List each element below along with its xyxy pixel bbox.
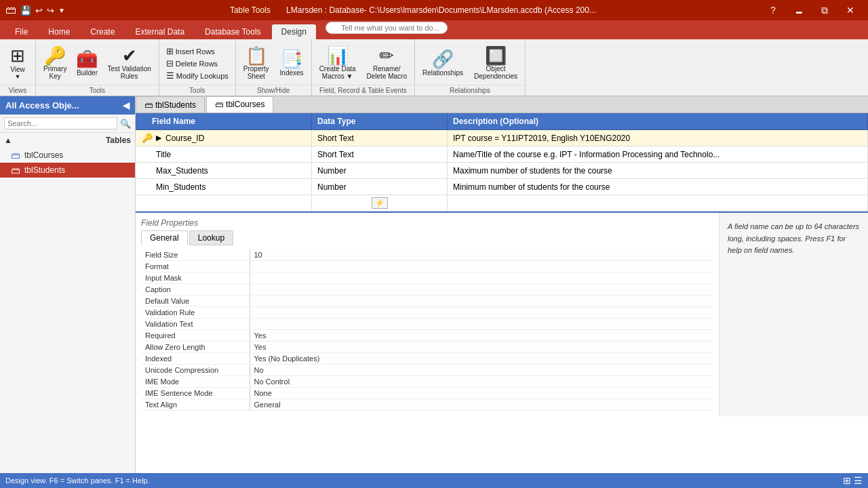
delete-rows-icon: ⊟	[166, 58, 174, 68]
builder-btn-inline[interactable]: ⚡	[372, 197, 388, 209]
data-type-cell-4[interactable]: Number	[312, 179, 448, 195]
show-hide-label: Show/Hide	[236, 85, 311, 96]
nav-search-bar: 🔍	[0, 115, 135, 133]
property-sheet-button[interactable]: 📋 Property Sheet	[240, 44, 273, 83]
props-row[interactable]: IndexedYes (No Duplicates)	[141, 353, 713, 365]
props-row[interactable]: Caption	[141, 284, 713, 296]
arrow-icon-1: ▶	[156, 134, 161, 142]
ribbon-group-show-hide: 📋 Property Sheet 📑 Indexes Show/Hide	[236, 39, 312, 96]
description-cell-4[interactable]: Minimum number of students for the cours…	[448, 179, 868, 195]
doc-tabs: 🗃 tblStudents 🗃 tblCourses	[136, 96, 868, 113]
status-icon-grid[interactable]: ⊞	[843, 475, 851, 486]
relationships-group-label: Relationships	[415, 85, 525, 96]
builder-button[interactable]: 🧰 Builder	[73, 47, 101, 79]
props-value[interactable]	[250, 272, 713, 284]
props-value[interactable]: Yes	[250, 342, 713, 353]
props-row[interactable]: IME Sentence ModeNone	[141, 388, 713, 399]
props-value[interactable]	[250, 319, 713, 330]
quick-access-redo[interactable]: ↪	[47, 5, 54, 16]
tab-home[interactable]: Home	[39, 24, 79, 39]
props-value[interactable]: None	[250, 388, 713, 399]
relationships-button[interactable]: 🔗 Relationships	[419, 47, 467, 79]
props-row[interactable]: Allow Zero LengthYes	[141, 342, 713, 353]
props-row[interactable]: Validation Text	[141, 319, 713, 330]
props-row[interactable]: Field Size10	[141, 249, 713, 261]
props-value[interactable]: 10	[250, 249, 713, 261]
title-bar-center: Table Tools LMarsden : Database- C:\User…	[65, 5, 761, 15]
field-name-cell-3: Max_Students	[136, 163, 312, 178]
quick-access-undo[interactable]: ↩	[35, 5, 43, 16]
nav-item-tblcourses[interactable]: 🗃 tblCourses	[0, 148, 135, 163]
props-row[interactable]: Format	[141, 261, 713, 272]
test-validation-button[interactable]: ✔ Test Validation Rules	[104, 44, 154, 83]
window-title: LMarsden : Database- C:\Users\lmarsden\D…	[286, 5, 596, 15]
table-row[interactable]: Min_Students Number Minimum number of st…	[136, 179, 868, 195]
tab-create[interactable]: Create	[81, 24, 124, 39]
table-row[interactable]: 🔑 ▶ Course_ID Short Text IPT course = Y1…	[136, 130, 868, 146]
rename-delete-macro-button[interactable]: ✏ Rename/ Delete Macro	[363, 44, 410, 83]
primary-key-button[interactable]: 🔑 Primary Key	[40, 44, 70, 83]
props-value[interactable]	[250, 284, 713, 296]
quick-access-dropdown[interactable]: ▼	[58, 7, 65, 14]
props-tab-lookup[interactable]: Lookup	[189, 230, 233, 245]
props-name: Allow Zero Length	[141, 342, 250, 353]
field-record-label: Field, Record & Table Events	[312, 85, 414, 96]
table-row[interactable]: Title Short Text Name/Title of the cours…	[136, 146, 868, 163]
object-dependencies-button[interactable]: 🔲 Object Dependencies	[471, 44, 521, 83]
nav-item-tblstudents[interactable]: 🗃 tblStudents	[0, 163, 135, 178]
tell-me-input[interactable]	[326, 22, 448, 34]
object-dependencies-icon: 🔲	[485, 46, 507, 66]
props-value[interactable]: Yes	[250, 330, 713, 342]
props-row[interactable]: Validation Rule	[141, 307, 713, 319]
props-name: Indexed	[141, 353, 250, 365]
table-row[interactable]: Max_Students Number Maximum number of st…	[136, 163, 868, 179]
field-properties-left: Field Properties General Lookup Field Si…	[136, 213, 719, 416]
props-row[interactable]: Input Mask	[141, 272, 713, 284]
props-value[interactable]: General	[250, 399, 713, 411]
main-area: All Access Obje... ◀ 🔍 ▲ Tables 🗃 tblCou…	[0, 96, 868, 473]
table-icon-tblstudents: 🗃	[11, 165, 20, 176]
description-cell-2[interactable]: Name/Title of the course e.g. IPT - Info…	[448, 146, 868, 162]
props-name: IME Sentence Mode	[141, 388, 250, 399]
tab-external-data[interactable]: External Data	[125, 24, 194, 39]
props-row[interactable]: IME ModeNo Control	[141, 376, 713, 388]
status-icon-list[interactable]: ☰	[854, 475, 863, 486]
quick-access-save[interactable]: 💾	[20, 5, 31, 16]
props-value[interactable]: No Control	[250, 376, 713, 388]
props-row[interactable]: RequiredYes	[141, 330, 713, 342]
nav-section-tables[interactable]: ▲ Tables	[0, 133, 135, 148]
delete-rows-button[interactable]: ⊟ Delete Rows	[163, 58, 231, 69]
doc-tab-tblcourses[interactable]: 🗃 tblCourses	[206, 96, 273, 113]
doc-area: 🗃 tblStudents 🗃 tblCourses Field Name Da…	[136, 96, 868, 473]
props-value[interactable]: Yes (No Duplicates)	[250, 353, 713, 365]
props-value[interactable]	[250, 296, 713, 307]
ribbon-group-show-hide-content: 📋 Property Sheet 📑 Indexes	[236, 39, 311, 85]
doc-tab-tblstudents[interactable]: 🗃 tblStudents	[136, 96, 205, 113]
nav-search-input[interactable]	[4, 117, 117, 129]
table-row-empty[interactable]: ⚡	[136, 195, 868, 211]
create-data-macros-button[interactable]: 📊 Create Data Macros ▼	[316, 44, 359, 83]
view-button[interactable]: ⊞ View ▼	[4, 44, 31, 82]
tab-design[interactable]: Design	[272, 24, 316, 39]
props-table: Field Size10FormatInput MaskCaptionDefau…	[141, 249, 713, 411]
data-type-cell-2[interactable]: Short Text	[312, 146, 448, 162]
props-value[interactable]	[250, 307, 713, 319]
nav-collapse-icon[interactable]: ◀	[123, 100, 130, 110]
data-type-cell-1[interactable]: Short Text	[312, 130, 448, 146]
view-icon: ⊞	[10, 46, 25, 66]
props-row[interactable]: Unicode CompressionNo	[141, 365, 713, 376]
indexes-button[interactable]: 📑 Indexes	[277, 47, 307, 79]
tab-database-tools[interactable]: Database Tools	[195, 24, 271, 39]
props-row[interactable]: Text AlignGeneral	[141, 399, 713, 411]
insert-rows-button[interactable]: ⊞ Insert Rows	[163, 45, 231, 57]
modify-lookups-button[interactable]: ☰ Modify Lookups	[163, 70, 231, 81]
nav-search-icon[interactable]: 🔍	[117, 119, 131, 129]
description-cell-1[interactable]: IPT course = Y11IPT2019, English Y10ENG2…	[448, 130, 868, 146]
props-value[interactable]	[250, 261, 713, 272]
data-type-cell-3[interactable]: Number	[312, 163, 448, 178]
props-tab-general[interactable]: General	[141, 230, 188, 245]
props-row[interactable]: Default Value	[141, 296, 713, 307]
description-cell-3[interactable]: Maximum number of students for the cours…	[448, 163, 868, 178]
props-value[interactable]: No	[250, 365, 713, 376]
tab-file[interactable]: File	[5, 24, 37, 39]
